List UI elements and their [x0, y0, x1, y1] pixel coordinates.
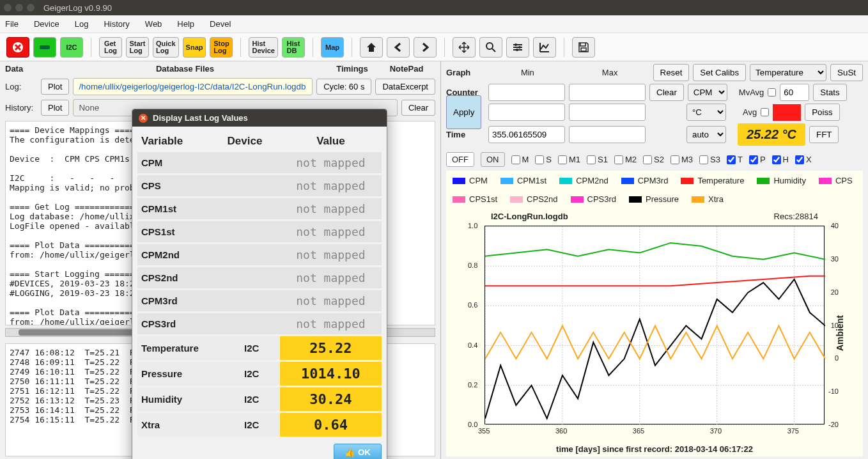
menu-log[interactable]: Log — [75, 19, 89, 29]
window-max-icon[interactable] — [27, 4, 35, 12]
chart-title: I2C-LongRun.logdb — [491, 212, 568, 221]
svg-point-4 — [518, 46, 521, 49]
cycle-button[interactable]: Cycle: 60 s — [316, 79, 371, 95]
window-title: GeigerLog v0.9.90 — [43, 3, 112, 13]
window-titlebar: GeigerLog v0.9.90 — [0, 0, 868, 15]
window-min-icon[interactable] — [15, 4, 23, 12]
chk-s1[interactable]: S1 — [587, 155, 608, 164]
chart-icon[interactable] — [533, 37, 556, 58]
time-label: Time — [446, 130, 484, 139]
log-path-input[interactable] — [73, 78, 313, 95]
quick-log-button[interactable]: Quick Log — [153, 37, 179, 58]
clear-counter-button[interactable]: Clear — [649, 84, 684, 101]
separator — [444, 38, 445, 57]
counter-min-input[interactable] — [488, 84, 565, 101]
zoom-icon[interactable] — [479, 37, 502, 58]
plot-log-button[interactable]: Plot — [41, 79, 69, 95]
avg-checkbox[interactable] — [761, 108, 769, 116]
pan-icon[interactable] — [453, 37, 476, 58]
menu-file[interactable]: File — [5, 19, 19, 29]
ambient-max-input[interactable] — [569, 104, 646, 121]
sust-button[interactable]: SuSt — [830, 64, 863, 81]
legend-item: CPM3rd — [621, 176, 669, 185]
stats-button[interactable]: Stats — [813, 84, 846, 101]
chk-x[interactable]: X — [795, 155, 812, 164]
home-icon[interactable] — [360, 37, 383, 58]
data-header-label: Data — [5, 64, 43, 74]
exit-button[interactable] — [6, 37, 29, 58]
data-excerpt-button[interactable]: DataExcerpt — [375, 79, 435, 95]
chk-m3[interactable]: M3 — [670, 155, 693, 164]
close-icon[interactable]: ✕ — [139, 114, 148, 123]
col-value: Value — [280, 132, 382, 150]
max-label: Max — [571, 68, 649, 77]
map-button[interactable]: Map — [321, 37, 344, 58]
menu-device[interactable]: Device — [34, 19, 59, 29]
menu-web[interactable]: Web — [145, 19, 162, 29]
ok-button[interactable]: 👍 OK — [334, 444, 382, 459]
chk-s3[interactable]: S3 — [699, 155, 720, 164]
apply-button[interactable]: Apply — [446, 95, 481, 129]
chart-area: I2C-LongRun.logdb Recs:28814 Counter [CP… — [446, 209, 863, 456]
get-log-button[interactable]: Get Log — [99, 37, 122, 58]
chk-h[interactable]: H — [772, 155, 789, 164]
configure-icon[interactable] — [506, 37, 529, 58]
counter-max-input[interactable] — [569, 84, 646, 101]
save-icon[interactable] — [572, 37, 595, 58]
chart-ylabel-right: Ambient — [835, 315, 845, 351]
table-row: HumidityI2C30.24 — [137, 387, 382, 411]
connect-button[interactable] — [33, 37, 56, 58]
time-min-input[interactable] — [488, 126, 565, 143]
chk-m2[interactable]: M2 — [614, 155, 637, 164]
stop-log-button[interactable]: Stop Log — [210, 37, 233, 58]
chk-s2[interactable]: S2 — [643, 155, 664, 164]
color-swatch[interactable] — [773, 104, 801, 121]
time-scale-select[interactable]: auto — [686, 126, 726, 143]
time-max-input[interactable] — [569, 126, 646, 143]
forward-icon[interactable] — [414, 37, 437, 58]
set-calibs-button[interactable]: Set Calibs — [693, 64, 746, 81]
chk-m[interactable]: M — [511, 155, 529, 164]
i2c-button[interactable]: I2C — [60, 37, 83, 58]
hist-device-button[interactable]: Hist Device — [249, 37, 277, 58]
mvavg-checkbox[interactable] — [768, 88, 776, 97]
chk-t[interactable]: T — [727, 155, 743, 164]
on-toggle[interactable]: ON — [481, 152, 505, 167]
start-log-button[interactable]: Start Log — [126, 37, 149, 58]
menu-devel[interactable]: Devel — [210, 19, 231, 29]
ambient-unit-select[interactable]: °C — [686, 104, 726, 121]
legend-item: CPM1st — [500, 176, 546, 185]
poiss-button[interactable]: Poiss — [805, 104, 840, 121]
table-row: CPS1stnot mapped — [137, 221, 382, 242]
clear-button[interactable]: Clear — [401, 100, 435, 116]
chk-m1[interactable]: M1 — [558, 155, 580, 164]
back-icon[interactable] — [387, 37, 410, 58]
reset-button[interactable]: Reset — [653, 64, 690, 81]
chk-s[interactable]: S — [535, 155, 552, 164]
window-close-icon[interactable] — [4, 4, 12, 12]
temperature-display: 25.22 °C — [738, 123, 805, 146]
plot-history-button[interactable]: Plot — [41, 100, 69, 116]
menu-help[interactable]: Help — [177, 19, 194, 29]
chart-plot[interactable] — [484, 226, 825, 424]
table-row: TemperatureI2C25.22 — [137, 336, 382, 360]
table-row: CPSnot mapped — [137, 175, 382, 196]
table-row: CPS2ndnot mapped — [137, 267, 382, 288]
legend-item: CPS3rd — [571, 194, 617, 204]
mvavg-value-input[interactable] — [780, 84, 809, 101]
snap-button[interactable]: Snap — [183, 37, 206, 58]
chart-recs: Recs:28814 — [774, 212, 818, 221]
ambient-min-input[interactable] — [488, 104, 565, 121]
off-toggle[interactable]: OFF — [446, 152, 474, 167]
chk-p[interactable]: P — [749, 155, 766, 164]
chart-legend: CPMCPM1stCPM2ndCPM3rdTemperatureHumidity… — [446, 171, 863, 209]
variable-select[interactable]: Temperature — [750, 64, 826, 81]
menu-history[interactable]: History — [104, 19, 129, 29]
db-files-header: Database Files — [43, 64, 327, 74]
table-row: PressureI2C1014.10 — [137, 362, 382, 385]
svg-point-2 — [486, 43, 493, 49]
legend-item: Pressure — [629, 194, 679, 204]
fft-button[interactable]: FFT — [809, 126, 839, 143]
counter-unit-select[interactable]: CPM — [688, 84, 727, 101]
hist-db-button[interactable]: Hist DB — [282, 37, 305, 58]
